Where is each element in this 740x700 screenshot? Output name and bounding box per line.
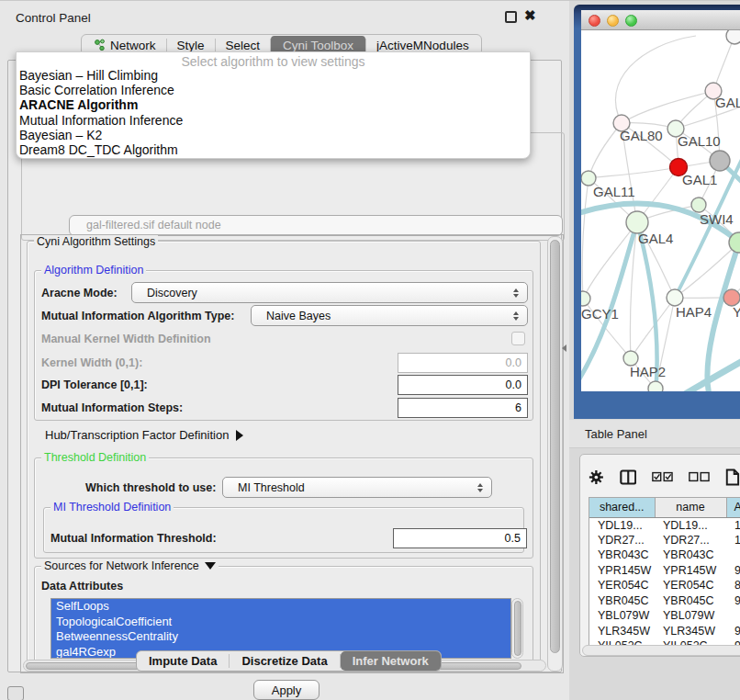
list-vertical-scrollbar[interactable] — [511, 598, 523, 659]
tab-label: Cyni Toolbox — [283, 39, 353, 52]
table-cell: YDR27... — [655, 533, 726, 548]
group-title: Algorithm Definition — [41, 264, 146, 277]
table-horizontal-scrollbar[interactable] — [582, 645, 740, 656]
tab-label: Select — [226, 39, 261, 52]
table-row[interactable]: YPR145WYPR145W9. — [589, 563, 740, 579]
node-label: GAL11 — [593, 184, 635, 199]
node-label: Y — [733, 304, 740, 320]
algorithm-dropdown-list: Select algorithm to view settings Bayesi… — [16, 51, 531, 159]
network-window: GALGAL80GAL10GAL1GAL11SWI4GAL4HAP4YGCY1H… — [581, 10, 740, 391]
expand-arrow-icon — [236, 430, 243, 441]
dropdown-item[interactable]: Dream8 DC_TDC Algorithm — [17, 142, 530, 157]
columns-icon[interactable] — [620, 469, 637, 486]
table-row[interactable]: YLR345WYLR345W9. — [589, 624, 740, 639]
table-cell: YER054C — [589, 578, 655, 593]
dropdown-item[interactable]: ARACNE Algorithm — [17, 97, 530, 112]
list-item[interactable]: SelfLoops — [51, 599, 510, 615]
network-edge[interactable] — [583, 222, 637, 299]
node-label: HAP2 — [630, 364, 666, 379]
table-cell: YIL052C — [589, 638, 655, 645]
table-row[interactable]: YDL19...YDL19...13 — [589, 517, 740, 533]
settings-vertical-scrollbar[interactable] — [547, 236, 563, 672]
network-window-titlebar[interactable] — [581, 10, 740, 30]
column-header[interactable]: A — [726, 498, 740, 517]
dropdown-item[interactable]: Basic Correlation Inference — [17, 83, 530, 97]
apply-button[interactable]: Apply — [253, 680, 320, 700]
tab-label: Style — [177, 39, 205, 52]
panel-corner-icon[interactable] — [7, 686, 24, 700]
column-header[interactable]: name — [655, 498, 726, 517]
dropdown-item[interactable]: Mutual Information Inference — [17, 113, 530, 128]
network-edge[interactable] — [589, 167, 678, 178]
node-label: GAL4 — [638, 231, 673, 246]
network-source-combo[interactable]: gal-filtered.sif default node — [69, 215, 563, 236]
table-cell — [726, 548, 740, 563]
network-node[interactable] — [581, 291, 590, 306]
table-row[interactable]: YBR043CYBR043C — [589, 548, 740, 563]
bottom-tab-impute-data[interactable]: Impute Data — [137, 651, 229, 671]
table-cell: YDL19... — [655, 517, 726, 533]
column-header[interactable]: shared... — [589, 498, 655, 517]
network-edge[interactable] — [622, 91, 713, 123]
sources-title: Sources for Network Inference — [44, 559, 199, 572]
minimize-window-icon[interactable] — [607, 15, 619, 27]
splitter-collapse-icon[interactable] — [562, 344, 566, 352]
list-item[interactable]: TopologicalCoefficient — [51, 615, 510, 630]
bottom-tab-infer-network[interactable]: Infer Network — [341, 651, 441, 671]
table-cell: 9. — [726, 593, 740, 609]
aracne-mode-label: Aracne Mode: — [41, 287, 118, 299]
network-node[interactable] — [691, 198, 706, 212]
bottom-tab-discretize-data[interactable]: Discretize Data — [230, 651, 339, 671]
mi-steps-field[interactable]: 6 — [398, 398, 528, 418]
deselect-all-icon[interactable] — [689, 471, 710, 482]
maximize-window-icon[interactable] — [625, 15, 637, 27]
table-cell: 9. — [726, 638, 740, 645]
scrollbar-thumb[interactable] — [550, 240, 560, 653]
hub-definition-label: Hub/Transcription Factor Definition — [45, 428, 229, 442]
table-cell: YIL052C — [655, 638, 726, 645]
table-cell: YLR345W — [589, 624, 655, 639]
which-threshold-label: Which threshold to use: — [85, 481, 216, 494]
gear-icon[interactable] — [589, 469, 604, 486]
dropdown-items: Bayesian – Hill ClimbingBasic Correlatio… — [17, 68, 530, 157]
hub-definition-toggle[interactable]: Hub/Transcription Factor Definition — [45, 428, 243, 442]
table-row[interactable]: YER054CYER054C8. — [589, 578, 740, 593]
network-edge[interactable] — [589, 123, 622, 178]
select-all-icon[interactable] — [652, 471, 673, 482]
mi-type-combo[interactable]: Naive Bayes — [251, 305, 528, 326]
table-panel-title: Table Panel — [585, 427, 647, 441]
manual-kernel-label: Manual Kernel Width Definition — [41, 333, 211, 345]
dropdown-item[interactable]: Bayesian – Hill Climbing — [17, 68, 530, 83]
list-item[interactable]: BetweennessCentrality — [51, 629, 510, 645]
network-edge[interactable] — [615, 36, 696, 123]
table-row[interactable]: YDR27...YDR27...12 — [589, 533, 740, 548]
node-label: SWI4 — [700, 211, 734, 227]
file-icon[interactable] — [725, 468, 740, 487]
data-attributes-label: Data Attributes — [41, 580, 123, 593]
mi-steps-label: Mutual Information Steps: — [41, 401, 183, 414]
node-label: GAL80 — [620, 128, 663, 143]
manual-kernel-checkbox[interactable] — [511, 332, 525, 345]
dropdown-item[interactable]: Bayesian – K2 — [17, 128, 530, 142]
close-window-icon[interactable] — [589, 15, 600, 27]
table-row[interactable]: YBL079WYBL079W — [589, 608, 740, 624]
network-node[interactable] — [648, 381, 663, 391]
mi-threshold-field[interactable]: 0.5 — [393, 528, 527, 548]
close-panel-icon[interactable]: ✖ — [524, 7, 536, 24]
table-header-row[interactable]: shared...nameA — [589, 498, 740, 517]
table-row[interactable]: YBR045CYBR045C9. — [589, 593, 740, 609]
node-table[interactable]: shared...nameA YDL19...YDL19...13YDR27..… — [589, 497, 740, 645]
sources-toggle[interactable]: Sources for Network Inference — [41, 559, 219, 572]
network-canvas[interactable]: GALGAL80GAL10GAL1GAL11SWI4GAL4HAP4YGCY1H… — [581, 30, 740, 391]
which-threshold-combo[interactable]: MI Threshold — [222, 477, 492, 498]
float-panel-icon[interactable] — [505, 11, 517, 23]
dpi-tolerance-field[interactable]: 0.0 — [398, 375, 528, 395]
network-edge[interactable] — [582, 178, 589, 299]
kernel-width-field[interactable]: 0.0 — [398, 353, 528, 373]
scrollbar-thumb[interactable] — [514, 601, 521, 656]
table-row[interactable]: YIL052CYIL052C9. — [589, 638, 740, 645]
network-node[interactable] — [710, 151, 730, 171]
network-node[interactable] — [726, 30, 740, 44]
aracne-mode-combo[interactable]: Discovery — [131, 282, 528, 303]
table-cell: 9. — [726, 624, 740, 639]
